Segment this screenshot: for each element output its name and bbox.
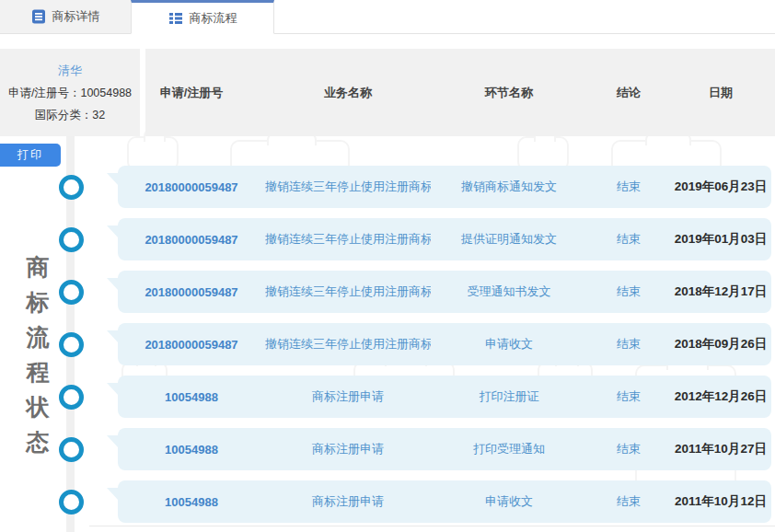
international-class-line: 国际分类：32 <box>35 108 105 123</box>
trademark-name: 清华 <box>58 63 82 79</box>
tab-trademark-process[interactable]: 商标流程 <box>131 0 274 34</box>
row-date: 2011年10月27日 <box>670 441 771 457</box>
row-step-name: 打印注册证 <box>431 388 587 405</box>
row-conclusion: 结束 <box>587 336 670 353</box>
process-row[interactable]: 20180000059487 撤销连续三年停止使用注册商标 撤销商标通知发文 结… <box>118 166 771 208</box>
tab-trademark-details[interactable]: 商标详情 <box>0 0 131 33</box>
vertical-label-char: 程 <box>27 361 50 384</box>
row-reg-no: 20180000059487 <box>118 233 265 247</box>
row-date: 2018年12月17日 <box>670 283 771 300</box>
process-row[interactable]: 10054988 商标注册申请 打印注册证 结束 2012年12月26日 <box>118 376 771 418</box>
tab-bar: 商标详情 商标流程 <box>0 0 775 34</box>
row-date: 2019年06月23日 <box>670 179 771 195</box>
timeline-dot <box>59 385 84 410</box>
row-business-name: 商标注册申请 <box>265 493 431 510</box>
row-date: 2012年12月26日 <box>670 388 771 405</box>
row-conclusion: 结束 <box>587 441 670 457</box>
bottom-divider <box>89 526 775 526</box>
tab-label: 商标流程 <box>190 10 237 27</box>
print-button[interactable]: 打印 <box>0 144 61 167</box>
trademark-process-page: 商标详情 商标流程 清华 申请/注册号：10054988 国际分类：32 申请/… <box>0 0 775 532</box>
row-reg-no: 10054988 <box>118 443 265 457</box>
row-step-name: 打印受理通知 <box>431 441 587 457</box>
column-header-business: 业务名称 <box>265 85 431 101</box>
vertical-label-char: 态 <box>27 431 50 454</box>
row-business-name: 商标注册申请 <box>265 388 431 405</box>
row-conclusion: 结束 <box>587 231 670 248</box>
timeline-dot <box>59 332 84 357</box>
timeline-dot <box>59 280 84 305</box>
process-row-list: 20180000059487 撤销连续三年停止使用注册商标 撤销商标通知发文 结… <box>118 166 771 532</box>
table-header-row: 申请/注册号 业务名称 环节名称 结论 日期 <box>118 49 771 136</box>
timeline-dot <box>59 227 84 252</box>
column-header-step: 环节名称 <box>431 85 587 101</box>
vertical-label-char: 状 <box>27 396 50 419</box>
row-business-name: 撤销连续三年停止使用注册商标 <box>265 231 431 248</box>
row-step-name: 受理通知书发文 <box>431 283 587 300</box>
row-reg-no: 20180000059487 <box>118 285 265 299</box>
column-header-conclusion: 结论 <box>587 85 670 101</box>
document-icon <box>31 9 46 24</box>
row-business-name: 撤销连续三年停止使用注册商标 <box>265 336 431 353</box>
row-reg-no: 10054988 <box>118 495 265 509</box>
row-business-name: 撤销连续三年停止使用注册商标 <box>265 283 431 300</box>
timeline-dot <box>59 490 84 515</box>
row-conclusion: 结束 <box>587 388 670 405</box>
row-reg-no: 20180000059487 <box>118 338 265 352</box>
row-date: 2019年01月03日 <box>670 231 771 248</box>
column-header-date: 日期 <box>670 85 771 101</box>
row-step-name: 提供证明通知发文 <box>431 231 587 248</box>
process-row[interactable]: 10054988 商标注册申请 申请收文 结束 2011年10月12日 <box>118 480 771 523</box>
timeline-dot <box>59 175 84 200</box>
process-status-vertical-label: 商 标 流 程 状 态 <box>24 256 52 454</box>
vertical-label-char: 商 <box>27 256 50 279</box>
process-row[interactable]: 20180000059487 撤销连续三年停止使用注册商标 受理通知书发文 结束… <box>118 271 771 313</box>
timeline-dot <box>59 437 84 462</box>
row-reg-no: 10054988 <box>118 390 265 404</box>
tab-label: 商标详情 <box>52 8 100 25</box>
row-business-name: 商标注册申请 <box>265 441 431 457</box>
process-row[interactable]: 10054988 商标注册申请 打印受理通知 结束 2011年10月27日 <box>118 428 771 470</box>
row-conclusion: 结束 <box>587 283 670 300</box>
row-business-name: 撤销连续三年停止使用注册商标 <box>265 179 431 195</box>
row-reg-no: 20180000059487 <box>118 180 265 194</box>
row-step-name: 申请收文 <box>431 493 587 510</box>
vertical-label-char: 流 <box>27 326 50 349</box>
process-row[interactable]: 20180000059487 撤销连续三年停止使用注册商标 申请收文 结束 20… <box>118 323 771 365</box>
registration-number-line: 申请/注册号：10054988 <box>8 86 132 101</box>
row-step-name: 申请收文 <box>431 336 587 353</box>
row-conclusion: 结束 <box>587 493 670 510</box>
process-row[interactable]: 20180000059487 撤销连续三年停止使用注册商标 提供证明通知发文 结… <box>118 218 771 260</box>
row-step-name: 撤销商标通知发文 <box>431 179 587 195</box>
list-icon <box>168 11 183 26</box>
row-date: 2011年10月12日 <box>670 493 771 510</box>
column-header-reg-no: 申请/注册号 <box>118 85 265 101</box>
row-date: 2018年09月26日 <box>670 336 771 353</box>
row-conclusion: 结束 <box>587 179 670 195</box>
vertical-label-char: 标 <box>27 291 50 314</box>
